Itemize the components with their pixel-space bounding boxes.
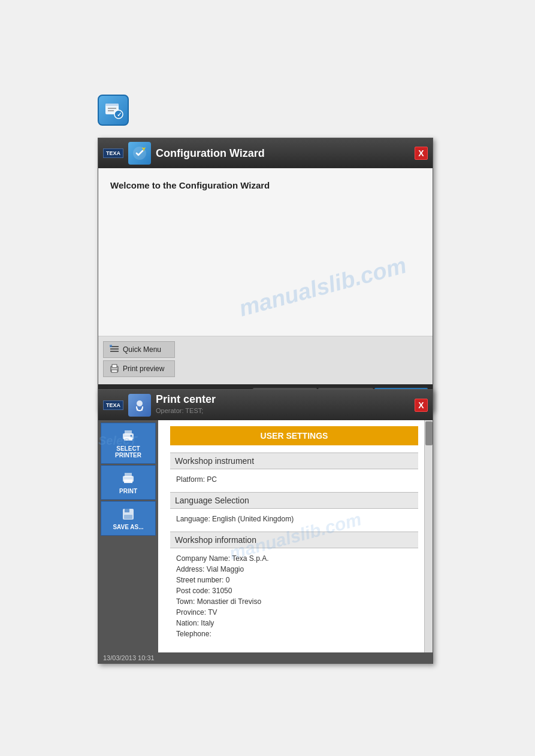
select-printer-button[interactable]: SELECT PRINTER [101, 423, 156, 464]
print-label: PRINT [119, 488, 137, 494]
svg-point-20 [137, 400, 143, 406]
telephone-info: Telephone: [170, 629, 418, 639]
wizard-sidebar: Quick Menu Print preview [98, 336, 433, 384]
select-printer-icon [120, 428, 136, 444]
wizard-titlebar: TEXA Configuration Wizard X [98, 138, 433, 168]
print-main-content: USER SETTINGS Workshop instrument Platfo… [158, 420, 433, 652]
scrollbar[interactable] [424, 420, 433, 652]
svg-rect-10 [110, 345, 112, 347]
print-window-body: SELECT PRINTER PRINT [98, 420, 433, 652]
select-printer-label: SELECT PRINTER [115, 445, 141, 459]
svg-point-26 [131, 435, 132, 437]
svg-rect-12 [112, 365, 117, 368]
wizard-title: Configuration Wizard [156, 147, 410, 160]
nation-info: Nation: Italy [170, 618, 418, 629]
print-statusbar: 13/03/2013 10:31 [98, 652, 433, 663]
svg-rect-13 [111, 370, 117, 372]
wizard-icon-box [128, 142, 151, 165]
texa-badge-print: TEXA [103, 400, 123, 410]
print-preview-button[interactable]: Print preview [103, 360, 175, 377]
print-icon-box [128, 394, 151, 417]
workshop-instrument-section: Workshop instrument Platform: PC [170, 453, 418, 485]
town-info: Town: Monastier di Treviso [170, 596, 418, 607]
print-preview-icon [110, 364, 119, 374]
save-as-label: SAVE AS... [113, 524, 143, 530]
language-header: Language Selection [170, 492, 418, 509]
print-content-area: USER SETTINGS Workshop instrument Platfo… [158, 420, 433, 652]
street-number-info: Street number: 0 [170, 575, 418, 585]
province-info: Province: TV [170, 607, 418, 618]
svg-rect-28 [125, 473, 132, 477]
platform-info: Platform: PC [170, 474, 418, 485]
print-button[interactable]: PRINT [101, 465, 156, 500]
svg-text:✓: ✓ [117, 111, 122, 118]
user-settings-header: USER SETTINGS [170, 426, 418, 445]
quick-menu-icon [110, 345, 119, 354]
print-close-button[interactable]: X [415, 399, 428, 412]
wizard-body [110, 199, 421, 319]
quick-menu-label: Quick Menu [123, 345, 161, 354]
quick-menu-button[interactable]: Quick Menu [103, 341, 175, 358]
scroll-thumb[interactable] [425, 421, 433, 445]
post-code-info: Post code: 31050 [170, 585, 418, 596]
workshop-info-section: Workshop information Company Name: Texa … [170, 532, 418, 639]
svg-rect-9 [110, 351, 119, 352]
print-sidebar: SELECT PRINTER PRINT [98, 420, 158, 652]
svg-rect-32 [124, 515, 132, 519]
wizard-welcome-text: Welcome to the Configuration Wizard [110, 180, 421, 190]
workshop-instrument-header: Workshop instrument [170, 453, 418, 469]
svg-rect-31 [125, 509, 129, 512]
print-title: Print center [156, 393, 216, 405]
print-center-window: TEXA Print center Operator: TEST; X [98, 389, 433, 664]
print-icon [120, 470, 136, 486]
texa-badge-wizard: TEXA [103, 148, 123, 158]
operator-text: Operator: TEST; [156, 406, 410, 417]
print-preview-label: Print preview [123, 365, 164, 373]
app-icon[interactable]: ✓ [98, 95, 129, 126]
save-as-icon [120, 506, 136, 522]
wizard-content: Welcome to the Configuration Wizard manu… [98, 168, 433, 336]
app-icon-container: ✓ [98, 95, 129, 126]
wizard-window: TEXA Configuration Wizard X Welcome to t… [98, 138, 433, 411]
svg-rect-8 [110, 348, 119, 350]
company-name-info: Company Name: Texa S.p.A. [170, 553, 418, 564]
wizard-close-button[interactable]: X [415, 147, 428, 160]
address-info: Address: Vial Maggio [170, 564, 418, 575]
svg-rect-24 [125, 430, 132, 435]
print-titlebar: TEXA Print center Operator: TEST; X [98, 390, 433, 420]
svg-rect-29 [124, 479, 132, 483]
save-as-button[interactable]: SAVE AS... [101, 501, 156, 536]
language-info: Language: English (United Kingdom) [170, 514, 418, 524]
workshop-info-header: Workshop information [170, 532, 418, 548]
language-section: Language Selection Language: English (Un… [170, 492, 418, 524]
svg-rect-1 [105, 104, 119, 106]
svg-rect-25 [124, 437, 132, 441]
